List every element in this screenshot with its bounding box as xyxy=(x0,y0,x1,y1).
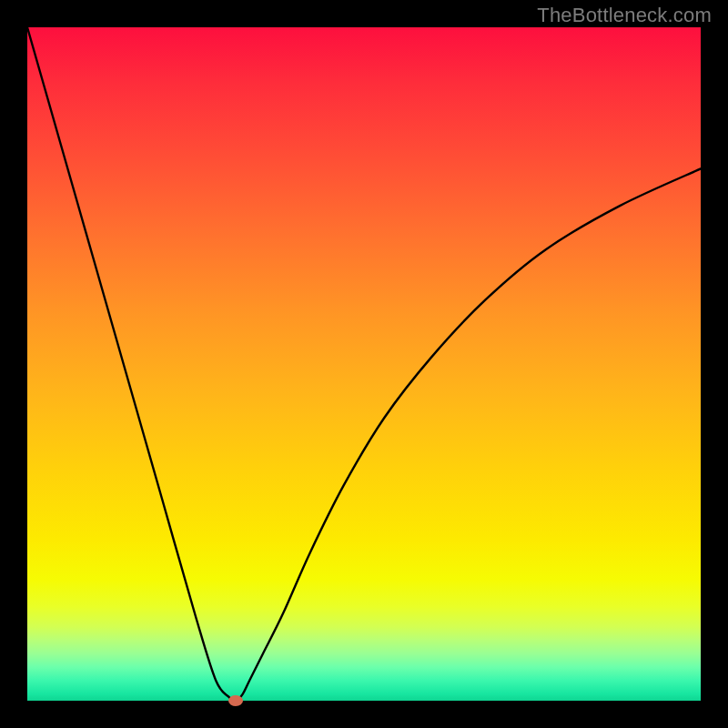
watermark-text: TheBottleneck.com xyxy=(537,4,712,27)
curve-path xyxy=(27,27,701,701)
bottleneck-curve xyxy=(27,27,701,701)
plot-area xyxy=(27,27,701,701)
chart-frame: TheBottleneck.com xyxy=(0,0,728,728)
optimum-marker xyxy=(228,695,243,706)
